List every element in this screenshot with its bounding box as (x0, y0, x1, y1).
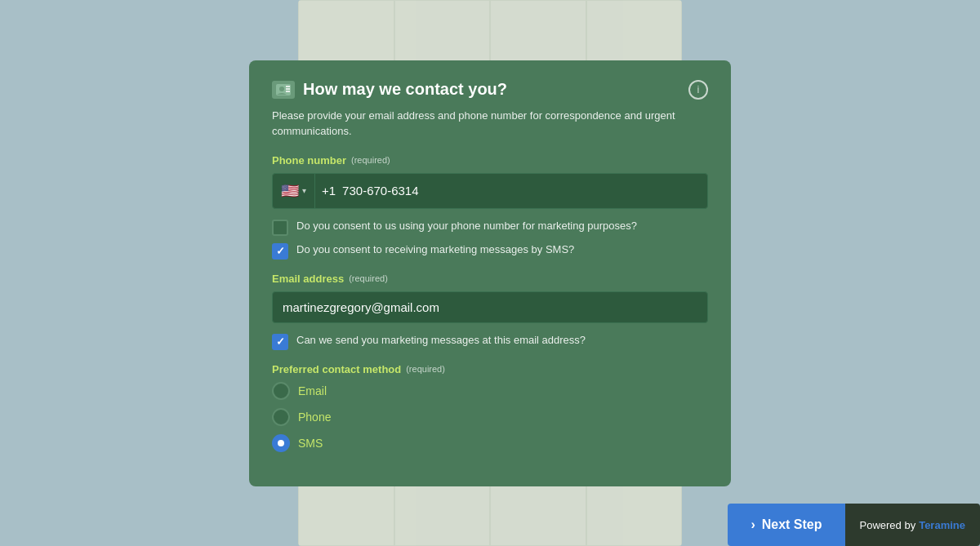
radio-phone[interactable] (272, 408, 290, 426)
email-input[interactable] (272, 291, 708, 323)
radio-email[interactable] (272, 382, 290, 400)
next-step-arrow-icon: › (751, 517, 755, 532)
bottom-bar: › Next Step Powered by Teramine (728, 504, 980, 546)
contact-modal: How may we contact you? i Please provide… (249, 60, 731, 486)
radio-phone-label: Phone (298, 411, 331, 424)
sms-consent-checkbox[interactable] (272, 243, 288, 260)
next-step-label: Next Step (762, 517, 822, 532)
email-section: Email address (required) Can we send you… (272, 273, 708, 350)
radio-sms-label: SMS (298, 437, 323, 450)
info-button[interactable]: i (688, 80, 708, 100)
sms-consent-row: Do you consent to receiving marketing me… (272, 242, 708, 260)
modal-title: How may we contact you? (303, 80, 507, 99)
brand-name: Teramine (919, 519, 965, 531)
country-selector[interactable]: 🇺🇸 ▾ (273, 174, 315, 208)
phone-section: Phone number (required) 🇺🇸 ▾ +1 Do you c… (272, 154, 708, 260)
radio-email-label: Email (298, 384, 327, 397)
next-step-button[interactable]: › Next Step (728, 504, 844, 546)
email-marketing-consent-row: Can we send you marketing messages at th… (272, 333, 708, 350)
marketing-phone-consent-checkbox[interactable] (272, 220, 288, 236)
modal-overlay: How may we contact you? i Please provide… (0, 0, 980, 546)
powered-by-text: Powered by (860, 519, 916, 531)
country-flag: 🇺🇸 (281, 182, 299, 200)
preferred-contact-section: Preferred contact method (required) Emai… (272, 363, 708, 452)
powered-by-badge: Powered by Teramine (845, 504, 981, 546)
email-section-label: Email address (required) (272, 273, 708, 285)
phone-input[interactable] (342, 175, 707, 206)
radio-email-row[interactable]: Email (272, 382, 708, 400)
sms-consent-label[interactable]: Do you consent to receiving marketing me… (296, 242, 574, 257)
email-marketing-consent-checkbox[interactable] (272, 334, 288, 350)
modal-title-row: How may we contact you? (272, 80, 507, 99)
preferred-contact-label: Preferred contact method (required) (272, 363, 708, 375)
modal-subtitle: Please provide your email address and ph… (272, 108, 708, 140)
country-code: +1 (315, 184, 342, 198)
phone-input-container: 🇺🇸 ▾ +1 (272, 173, 708, 209)
radio-sms-row[interactable]: SMS (272, 434, 708, 452)
chevron-down-icon: ▾ (302, 186, 306, 195)
email-marketing-consent-label[interactable]: Can we send you marketing messages at th… (296, 333, 586, 348)
modal-header: How may we contact you? i (272, 80, 708, 100)
radio-sms[interactable] (272, 434, 290, 452)
contact-card-icon (272, 81, 295, 99)
radio-phone-row[interactable]: Phone (272, 408, 708, 426)
marketing-phone-consent-label[interactable]: Do you consent to us using your phone nu… (296, 219, 637, 233)
svg-point-1 (279, 87, 284, 91)
marketing-phone-consent-row: Do you consent to us using your phone nu… (272, 219, 708, 236)
phone-section-label: Phone number (required) (272, 154, 708, 166)
